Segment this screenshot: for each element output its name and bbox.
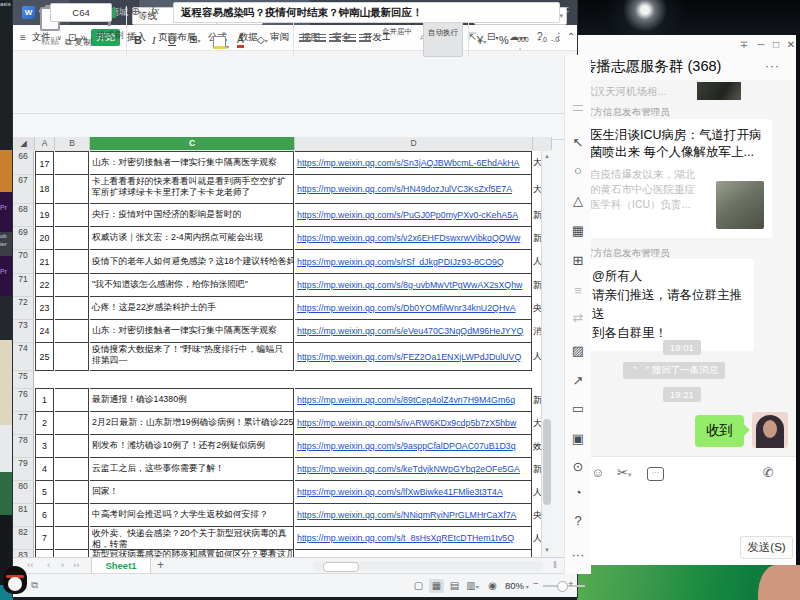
pin-icon[interactable]: ∓ bbox=[737, 39, 751, 50]
close-button[interactable]: ✕ bbox=[784, 39, 798, 50]
cell-D71[interactable]: https://mp.weixin.qq.com/s/8g-uvbMwVtPgW… bbox=[295, 274, 532, 297]
copy-button[interactable]: ⧉ 复制 bbox=[65, 36, 92, 49]
row-header-66[interactable]: 66 bbox=[13, 151, 34, 175]
align-horizontal-icon-0[interactable] bbox=[299, 34, 311, 42]
column-header-c[interactable]: C bbox=[90, 137, 295, 150]
row-header-68[interactable]: 68 bbox=[13, 204, 34, 227]
row-header-80[interactable]: 80 bbox=[13, 481, 34, 504]
cell-C81[interactable]: 中高考时间会推迟吗？大学生返校如何安排？ bbox=[90, 504, 294, 527]
cell-B66[interactable] bbox=[55, 151, 89, 175]
cell-A73[interactable]: 24 bbox=[35, 320, 54, 343]
decrease-decimal-icon[interactable]: -.0 bbox=[551, 36, 559, 43]
cell-D79[interactable]: https://mp.weixin.qq.com/s/keTdvjkNWpGYb… bbox=[295, 458, 532, 481]
formula-input[interactable]: 返程容易感染吗？疫情何时结束？钟南山最新回应！ bbox=[173, 2, 560, 23]
next-sheet-icon[interactable]: › bbox=[61, 559, 64, 570]
cell-A76[interactable]: 1 bbox=[35, 389, 54, 412]
cell-C67[interactable]: 卡上看看看好的快来看看叫就是看到两手空空扩扩军所扩球球绿卡卡里打来了卡卡龙老师了 bbox=[90, 175, 294, 204]
cell-C76[interactable]: 最新通报！确诊14380例 bbox=[90, 389, 294, 412]
vertical-scroll-thumb[interactable] bbox=[543, 419, 551, 505]
cell-A75[interactable] bbox=[35, 371, 54, 389]
cell-C74[interactable]: 疫情搜索大数据来了！"野味"热度排行中，蝙蝠只排第四— bbox=[90, 343, 294, 371]
partial-message-thumbnail[interactable] bbox=[697, 82, 741, 100]
minimize-button[interactable]: ─ bbox=[754, 39, 768, 50]
table-style-icon[interactable]: ▦ bbox=[565, 223, 591, 238]
select-cursor-icon[interactable]: ↖ bbox=[565, 135, 591, 150]
increase-decimal-icon[interactable]: +.0 bbox=[537, 36, 547, 43]
cell-D74[interactable]: https://mp.weixin.qq.com/s/FEZ2Oa1ENXjLW… bbox=[295, 343, 532, 371]
cell-A82[interactable]: 7 bbox=[35, 527, 54, 550]
desktop-icon-dark[interactable] bbox=[0, 296, 13, 340]
italic-button[interactable]: I bbox=[152, 34, 156, 46]
cell-B82[interactable] bbox=[55, 527, 89, 550]
cell-D78[interactable]: https://mp.weixin.qq.com/s/9asppCfalDPOA… bbox=[295, 435, 532, 458]
column-header-d[interactable]: D bbox=[295, 137, 533, 150]
cell-B67[interactable] bbox=[55, 175, 89, 204]
cell-D80[interactable]: https://mp.weixin.qq.com/s/lfXwBiwke41FM… bbox=[295, 481, 532, 504]
column-header-b[interactable]: B bbox=[55, 137, 90, 150]
maximize-button[interactable]: □ bbox=[769, 39, 783, 50]
cell-B74[interactable] bbox=[55, 343, 89, 371]
row-header-67[interactable]: 67 bbox=[13, 175, 34, 204]
cell-C80[interactable]: 回家！ bbox=[90, 481, 294, 504]
eraser-button[interactable]: ◇▾ bbox=[257, 34, 268, 45]
share-icon[interactable]: ⇱ bbox=[468, 31, 476, 42]
cell-A70[interactable]: 21 bbox=[35, 250, 54, 274]
row-header-74[interactable]: 74 bbox=[13, 343, 34, 371]
eye-protect-icon[interactable]: ◉ bbox=[485, 579, 500, 593]
cell-A79[interactable]: 4 bbox=[35, 458, 54, 481]
fx-icon[interactable]: fx bbox=[151, 4, 159, 16]
select-all-corner[interactable]: ◢ bbox=[13, 137, 35, 150]
cell-B79[interactable] bbox=[55, 458, 89, 481]
cell-D68[interactable]: https://mp.weixin.qq.com/s/PuGJ0Pp0myPXv… bbox=[295, 204, 532, 227]
currency-icon[interactable]: ¥▾ bbox=[477, 34, 486, 46]
hamburger-icon[interactable]: ≡ bbox=[20, 32, 26, 43]
underline-button[interactable]: U bbox=[168, 34, 176, 46]
split-handle[interactable]: ‖ bbox=[553, 559, 557, 570]
horizontal-scroll-thumb[interactable] bbox=[323, 562, 359, 572]
cell-D70[interactable]: https://mp.weixin.qq.com/s/rSf_dJkgPDIJz… bbox=[295, 250, 532, 274]
cell-A71[interactable]: 22 bbox=[35, 274, 54, 297]
row-header-79[interactable]: 79 bbox=[13, 458, 34, 481]
cell-A74[interactable]: 25 bbox=[35, 343, 54, 371]
cell-C72[interactable]: 心疼！这是22岁感染科护士的手 bbox=[90, 297, 294, 320]
cell-D77[interactable]: https://mp.weixin.qq.com/s/ivARW6KDx9cdp… bbox=[295, 412, 532, 435]
name-box[interactable]: C64 bbox=[50, 3, 112, 22]
share-icon[interactable]: ↗ bbox=[565, 373, 591, 388]
video-call-icon[interactable]: ✆ bbox=[763, 465, 774, 480]
desktop-icon-folder[interactable] bbox=[0, 425, 13, 472]
row-header-78[interactable]: 78 bbox=[13, 435, 34, 458]
cell-B83[interactable] bbox=[55, 550, 89, 557]
cell-D76[interactable]: https://mp.weixin.qq.com/s/89tCep4olZ4vn… bbox=[295, 389, 532, 412]
comma-style-icon[interactable]: 000 , bbox=[517, 36, 529, 50]
transfer-icon[interactable]: ⇄ bbox=[565, 310, 591, 325]
font-color-button[interactable]: A bbox=[237, 34, 244, 48]
cell-C70[interactable]: 疫情下的老年人如何避免感染？这18个建议转给爸妈看 bbox=[90, 250, 294, 274]
cell-B81[interactable] bbox=[55, 504, 89, 527]
row-header-72[interactable]: 72 bbox=[13, 297, 34, 320]
zoom-out-icon[interactable]: − bbox=[533, 578, 539, 589]
row-header-82[interactable]: 82 bbox=[13, 527, 34, 550]
cell-B68[interactable] bbox=[55, 204, 89, 227]
percent-icon[interactable]: % bbox=[499, 34, 509, 46]
align-horizontal-icon-4[interactable] bbox=[359, 34, 371, 42]
cell-B78[interactable] bbox=[55, 435, 89, 458]
cell-D82[interactable]: https://mp.weixin.qq.com/s/t_8sHsXqREtcD… bbox=[295, 527, 532, 550]
row-header-70[interactable]: 70 bbox=[13, 250, 34, 274]
send-button[interactable]: 发送(S) bbox=[740, 536, 793, 559]
prev-sheet-icon[interactable]: ‹ bbox=[47, 559, 50, 570]
scroll-down-icon[interactable]: ▼ bbox=[544, 547, 550, 553]
notice-message[interactable]: @所有人 请亲们推送，请各位群主推送 到各自群里！ bbox=[582, 259, 754, 351]
cell-A80[interactable]: 5 bbox=[35, 481, 54, 504]
cell-B80[interactable] bbox=[55, 481, 89, 504]
bold-button[interactable]: B bbox=[134, 34, 142, 46]
desktop-icon-paper[interactable] bbox=[0, 340, 13, 425]
message-input-area[interactable]: 发送(S) bbox=[577, 488, 796, 565]
collapse-ribbon-icon[interactable]: ⌃ bbox=[567, 31, 575, 42]
align-horizontal-icon-3[interactable] bbox=[344, 34, 356, 42]
row-header-77[interactable]: 77 bbox=[13, 412, 34, 435]
cell-C68[interactable]: 央行：疫情对中国经济的影响是暂时的 bbox=[90, 204, 294, 227]
emoji-icon[interactable]: ☺ bbox=[591, 465, 604, 480]
zoom-slider-knob[interactable] bbox=[557, 581, 568, 592]
card-panel-icon[interactable]: ▭ bbox=[565, 401, 591, 416]
cell-C83[interactable]: 新型冠状病毒感染的肺炎和感冒如何区分？要看这几个 bbox=[90, 550, 294, 557]
